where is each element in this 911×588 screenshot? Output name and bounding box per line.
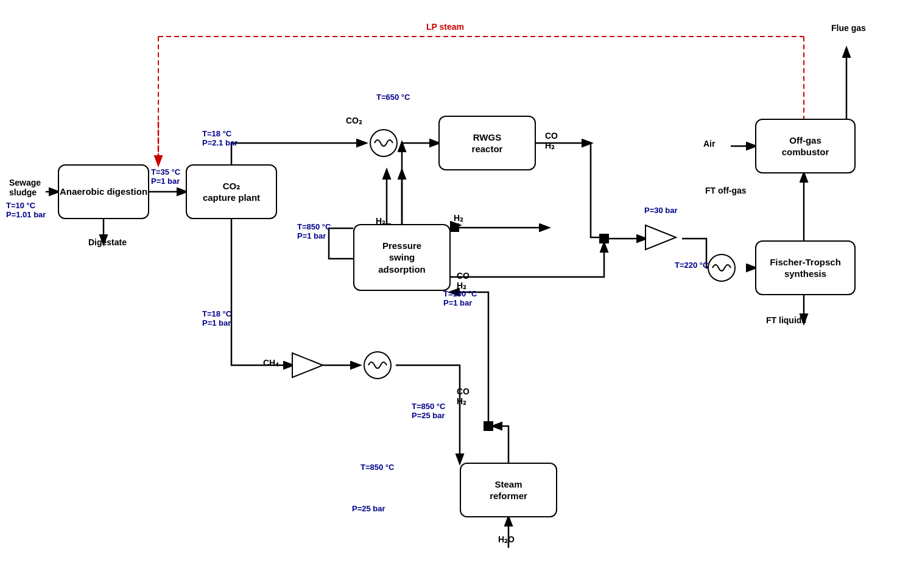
t10-label: T=10 °CP=1.01 bar (6, 201, 46, 219)
ft-offgas-label: FT off-gas (705, 186, 747, 195)
lp-steam-label: LP steam (426, 22, 464, 32)
h2-label2: H₂ (376, 216, 385, 226)
steam-reformer-box: Steamreformer (460, 463, 557, 517)
steam-reformer-label: Steamreformer (490, 478, 527, 502)
h2-label1: H₂ (454, 213, 463, 223)
ft-liquids-label: FT liquids (766, 315, 806, 325)
svg-point-6 (708, 254, 735, 281)
h2o-label: H₂O (498, 534, 515, 544)
co-h2-mid-label: COH₂ (457, 271, 470, 290)
anaerobic-digestion-box: Anaerobic digestion (58, 164, 149, 219)
psa-label: Pressureswingadsorption (378, 240, 426, 276)
mixer-1 (451, 223, 459, 232)
co-h2-bot-label: COH₂ (457, 387, 470, 406)
digestate-label: Digestate (88, 237, 127, 247)
anaerobic-digestion-label: Anaerobic digestion (60, 186, 147, 198)
t220-label: T=220 °C (675, 261, 708, 270)
mixer-2 (599, 234, 609, 243)
air-label: Air (703, 139, 715, 149)
co-h2-rwgs-label: COH₂ (545, 131, 558, 150)
rwgs-box: RWGSreactor (438, 116, 536, 170)
off-gas-combustor-box: Off-gascombustor (755, 119, 856, 173)
fischer-tropsch-label: Fischer-Tropschsynthesis (770, 256, 841, 280)
co2-capture-label: CO₂capture plant (203, 180, 260, 204)
ch4-label: CH₄ (263, 358, 279, 368)
sewage-sludge-label: Sewagesludge (9, 178, 41, 197)
t35-label: T=35 °CP=1 bar (151, 167, 180, 186)
flue-gas-label: Flue gas (831, 23, 866, 33)
off-gas-combustor-label: Off-gascombustor (782, 135, 829, 158)
psa-box: Pressureswingadsorption (353, 224, 451, 291)
t850-25-label: T=850 °CP=25 bar (412, 402, 445, 420)
p25-label: P=25 bar (352, 504, 385, 513)
svg-point-4 (364, 352, 391, 379)
svg-point-2 (370, 130, 397, 156)
rwgs-label: RWGSreactor (472, 131, 503, 155)
t850-1-label: T=850 °CP=1 bar (297, 222, 331, 240)
mixer-4 (484, 421, 493, 431)
t650-label: T=650 °C (376, 93, 410, 102)
svg-marker-5 (645, 225, 676, 250)
p30-label: P=30 bar (644, 206, 678, 215)
t100-label: T=100 °CP=1 bar (443, 289, 477, 307)
process-flow-diagram: Anaerobic digestion CO₂capture plant RWG… (0, 0, 911, 588)
fischer-tropsch-box: Fischer-Tropschsynthesis (755, 240, 856, 295)
t18-1-label: T=18 °CP=1 bar (202, 309, 231, 327)
co2-capture-box: CO₂capture plant (186, 164, 277, 219)
t18-21-label: T=18 °CP=2.1 bar (202, 129, 237, 147)
t850-sr-label: T=850 °C (361, 463, 394, 472)
co2-inlet-label: CO₂ (346, 116, 362, 125)
svg-marker-3 (292, 353, 323, 377)
